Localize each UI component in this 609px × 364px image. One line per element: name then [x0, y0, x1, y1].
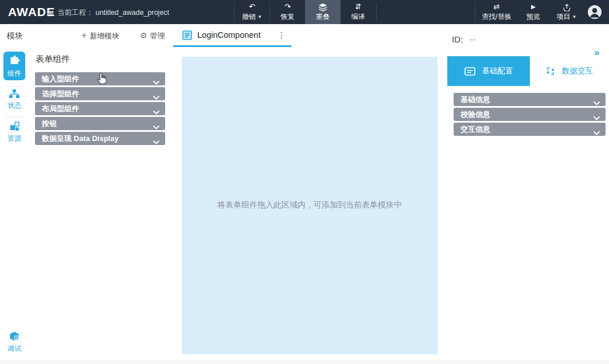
- undo-button[interactable]: ↶ 撤销▼: [235, 0, 270, 24]
- form-canvas-dropzone[interactable]: 将表单组件拖入此区域内，可添加到当前表单模块中: [182, 57, 438, 354]
- sidebar-item-label: 状态: [0, 101, 29, 111]
- sidebar-item-resources[interactable]: 资源: [0, 122, 29, 143]
- puzzle-icon: [3, 55, 25, 68]
- project-menu-button[interactable]: 项目▼: [549, 0, 584, 24]
- module-bar: 模块 +新增模块 ⚙管理 LoginComponent ⋮ »: [0, 24, 609, 47]
- tab-data-interaction[interactable]: 数据交互: [530, 56, 609, 86]
- user-avatar[interactable]: [587, 5, 602, 19]
- swap-arrows-icon: ⇄: [476, 2, 517, 11]
- cloud-icon: ☁: [46, 7, 54, 17]
- current-project: ☁当前工程：untitled_awade_project: [46, 0, 169, 24]
- top-toolbar: AWADE ☁当前工程：untitled_awade_project ↶ 撤销▼…: [0, 0, 609, 24]
- preview-button[interactable]: ▶ 预览: [518, 0, 548, 24]
- add-module-button[interactable]: +新增模块: [81, 24, 119, 47]
- component-groups: 输入型组件 选择型组件 布局型组件 按钮 数据呈现 Data Display: [35, 72, 165, 147]
- sidebar-item-debug[interactable]: 调试: [0, 331, 29, 354]
- chevron-down-icon: [594, 127, 600, 138]
- rail-divider: [5, 86, 24, 87]
- project-name: untitled_awade_project: [96, 9, 170, 17]
- chevron-down-icon: [594, 112, 600, 123]
- inspector-sections: 基础信息 校验信息 交互信息: [454, 93, 606, 138]
- sidebar-item-label: 组件: [3, 69, 25, 79]
- data-exchange-icon: [546, 66, 557, 75]
- group-layout-components[interactable]: 布局型组件: [35, 102, 165, 115]
- active-tab-underline: [173, 45, 291, 47]
- group-buttons[interactable]: 按钮: [35, 117, 165, 130]
- rail-divider: [5, 117, 24, 118]
- redo-button[interactable]: ↷ 恢复: [270, 0, 305, 24]
- compile-button[interactable]: ⇵ 编译: [341, 0, 376, 24]
- section-validation-info[interactable]: 校验信息: [454, 108, 606, 121]
- tab-label: LoginComponent: [197, 24, 260, 46]
- chevron-down-icon: [153, 136, 159, 147]
- bottom-edge: [0, 361, 609, 364]
- sidebar-item-components[interactable]: 组件: [3, 52, 25, 80]
- group-data-display[interactable]: 数据呈现 Data Display: [35, 132, 165, 145]
- tab-logincomponent[interactable]: LoginComponent ⋮: [173, 24, 291, 47]
- project-label: 当前工程：: [57, 9, 93, 17]
- chevron-down-icon: [153, 77, 159, 87]
- awade-ide: AWADE ☁当前工程：untitled_awade_project ↶ 撤销▼…: [0, 0, 609, 364]
- chevron-down-icon: [153, 92, 159, 102]
- overlap-button[interactable]: 重叠: [305, 0, 341, 24]
- redo-icon: ↷: [270, 2, 305, 11]
- play-icon: ▶: [518, 2, 548, 11]
- upload-icon: [549, 2, 584, 11]
- gear-icon: ⚙: [140, 31, 147, 40]
- component-panel-title: 表单组件: [36, 54, 70, 65]
- plus-icon: +: [81, 30, 87, 40]
- id-value: --: [470, 34, 475, 44]
- debug-cube-icon: [9, 335, 20, 343]
- blocks-icon: [10, 125, 19, 133]
- canvas-hint-text: 将表单组件拖入此区域内，可添加到当前表单模块中: [182, 199, 438, 210]
- layers-icon: [305, 2, 341, 11]
- sidebar-item-label: 资源: [0, 134, 29, 143]
- section-basic-info[interactable]: 基础信息: [454, 93, 606, 106]
- component-id-row: ID:--: [452, 34, 475, 44]
- id-label: ID:: [452, 34, 463, 44]
- chevron-down-icon: ▼: [572, 14, 577, 19]
- group-select-components[interactable]: 选择型组件: [35, 87, 165, 100]
- sidebar-item-states[interactable]: 状态: [0, 89, 29, 111]
- tab-basic-config[interactable]: 基础配置: [447, 56, 530, 86]
- compile-icon: ⇵: [341, 2, 376, 11]
- chevron-down-icon: [153, 107, 159, 117]
- toolbar-divider: [475, 3, 475, 21]
- section-interaction-info[interactable]: 交互信息: [454, 123, 606, 136]
- chevron-down-icon: [153, 122, 159, 132]
- toolbar-divider: [376, 3, 377, 21]
- group-input-components[interactable]: 输入型组件: [35, 72, 165, 85]
- sidebar-item-label: 调试: [0, 344, 29, 354]
- config-card-icon: [464, 66, 478, 75]
- state-tree-icon: [9, 92, 19, 100]
- chevron-down-icon: [594, 97, 600, 108]
- inspector-tabs: 基础配置 数据交互: [447, 56, 609, 86]
- form-module-icon: [182, 30, 192, 42]
- find-replace-button[interactable]: ⇄ 查找/替换: [476, 0, 517, 24]
- undo-icon: ↶: [235, 2, 270, 11]
- chevron-down-icon: ▼: [257, 14, 262, 19]
- manage-button[interactable]: ⚙管理: [140, 24, 165, 47]
- tab-more-icon[interactable]: ⋮: [275, 24, 288, 46]
- module-bar-title: 模块: [7, 24, 23, 47]
